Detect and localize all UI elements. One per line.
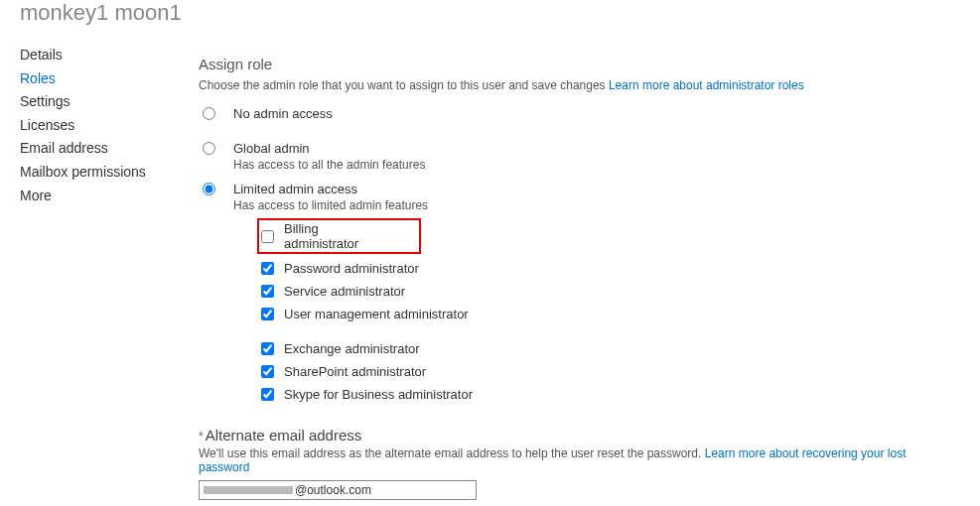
radio-limited[interactable] [203, 183, 215, 195]
sidebar: Details Roles Settings Licenses Email ad… [0, 36, 199, 506]
email-domain-suffix: @outlook.com [295, 483, 371, 497]
check-user-mgmt-label: User management administrator [284, 307, 469, 321]
check-service[interactable] [261, 285, 274, 298]
alt-email-input[interactable]: @outlook.com [199, 480, 477, 500]
sidebar-item-details[interactable]: Details [20, 44, 199, 67]
radio-global-label: Global admin [233, 141, 425, 156]
check-row-sharepoint[interactable]: SharePoint administrator [259, 363, 960, 380]
check-row-exchange[interactable]: Exchange administrator [259, 340, 960, 357]
sidebar-item-more[interactable]: More [20, 185, 199, 208]
check-password-label: Password administrator [284, 261, 419, 276]
main-panel: Assign role Choose the admin role that y… [199, 36, 980, 506]
sidebar-item-licenses[interactable]: Licenses [20, 114, 199, 138]
check-row-service[interactable]: Service administrator [259, 283, 960, 300]
check-skype-label: Skype for Business administrator [284, 387, 473, 402]
sidebar-item-roles[interactable]: Roles [20, 67, 199, 91]
check-row-billing[interactable]: Billing administrator [257, 218, 421, 254]
check-exchange[interactable] [261, 342, 274, 355]
check-row-user-mgmt[interactable]: User management administrator [259, 306, 960, 322]
check-sharepoint-label: SharePoint administrator [284, 364, 426, 379]
breadcrumb: monkey1 moon1 [0, 0, 980, 36]
radio-row-limited[interactable]: Limited admin access Has access to limit… [199, 182, 960, 409]
redacted-email-prefix [204, 486, 293, 494]
alt-email-desc-text: We'll use this email address as the alte… [199, 446, 701, 460]
radio-row-global[interactable]: Global admin Has access to all the admin… [199, 141, 960, 172]
learn-more-roles-link[interactable]: Learn more about administrator roles [609, 78, 804, 92]
radio-no-access-label: No admin access [233, 106, 333, 121]
check-exchange-label: Exchange administrator [284, 341, 420, 356]
alt-email-heading: *Alternate email address [199, 427, 960, 443]
alt-email-desc: We'll use this email address as the alte… [199, 446, 960, 474]
sidebar-item-settings[interactable]: Settings [20, 90, 199, 114]
check-billing[interactable] [261, 230, 274, 243]
radio-global[interactable] [203, 142, 215, 155]
radio-no-access[interactable] [203, 107, 215, 120]
limited-roles-group: Billing administrator Password administr… [259, 218, 960, 403]
radio-global-sub: Has access to all the admin features [233, 158, 425, 172]
check-row-password[interactable]: Password administrator [259, 260, 960, 277]
check-sharepoint[interactable] [261, 365, 274, 378]
check-service-label: Service administrator [284, 284, 405, 299]
radio-limited-label: Limited admin access [233, 182, 960, 196]
sidebar-item-mailbox-permissions[interactable]: Mailbox permissions [20, 161, 199, 185]
assign-role-desc: Choose the admin role that you want to a… [199, 78, 960, 92]
check-billing-label: Billing administrator [284, 221, 379, 251]
radio-limited-sub: Has access to limited admin features [233, 198, 960, 212]
radio-row-no-access[interactable]: No admin access [199, 106, 960, 121]
assign-role-desc-text: Choose the admin role that you want to a… [199, 78, 606, 92]
sidebar-item-email-address[interactable]: Email address [20, 137, 199, 161]
check-row-skype[interactable]: Skype for Business administrator [259, 386, 960, 403]
assign-role-title: Assign role [199, 56, 960, 72]
required-star: * [199, 430, 204, 443]
check-password[interactable] [261, 262, 274, 275]
alt-email-heading-text: Alternate email address [206, 427, 362, 443]
check-skype[interactable] [261, 388, 274, 401]
check-user-mgmt[interactable] [261, 308, 274, 320]
